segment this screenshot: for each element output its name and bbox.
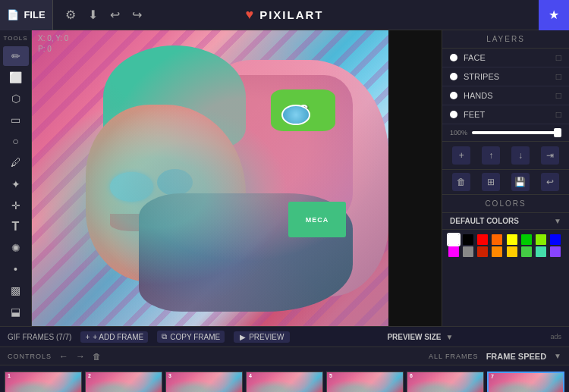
preview-btn[interactable]: ▶ PREVIEW (234, 331, 290, 343)
file-label: FILE (24, 9, 45, 20)
frame-thumb-7[interactable]: 7 (487, 372, 564, 392)
prev-frame-btn[interactable]: ← (59, 351, 68, 362)
frame-mini-char-1 (5, 372, 81, 392)
eyedropper-tool[interactable]: ✦ (3, 174, 29, 193)
all-frames-label: ALL FRAMES (429, 353, 479, 360)
frame-thumb-5[interactable]: 5 (326, 372, 404, 392)
bookmark-btn[interactable]: ★ (539, 0, 569, 30)
swatch-pink[interactable] (448, 246, 459, 257)
right-panel: LAYERS FACE □ STRIPES □ HANDS □ FEET □ 1… (442, 30, 569, 326)
frame-number-1: 1 (8, 373, 11, 378)
frame-thumb-4[interactable]: 4 (246, 372, 323, 392)
add-frame-btn[interactable]: + + ADD FRAME (80, 331, 148, 343)
layer-dot-hands (450, 92, 457, 99)
swatch-orange2[interactable] (492, 246, 502, 257)
frame-thumb-1[interactable]: 1 (5, 372, 82, 392)
fill-tool[interactable]: 🖊 (3, 152, 29, 172)
sparkle-tool[interactable]: ✺ (3, 238, 29, 258)
swatch-lime[interactable] (536, 234, 546, 245)
layer-feet[interactable]: FEET □ (442, 105, 569, 124)
swatch-yellow[interactable] (507, 234, 517, 245)
top-bar: 📄 FILE ⚙ ⬇ ↩ ↪ ♥ PIXILART ★ (0, 0, 569, 30)
frames-bar: CONTROLS ← → 🗑 ALL FRAMES FRAME SPEED ▼ (0, 347, 569, 365)
frame-mini-char-3 (166, 372, 242, 392)
layer-vis-feet[interactable]: □ (556, 109, 561, 120)
layer-vis-face[interactable]: □ (556, 52, 561, 63)
palette-dropdown-arrow[interactable]: ▼ (554, 217, 561, 225)
lasso-tool[interactable]: ⬡ (3, 89, 29, 108)
eraser-tool[interactable]: ⬜ (3, 67, 29, 87)
opacity-knob[interactable] (554, 128, 561, 137)
layer-dot-face (450, 54, 457, 61)
download-icon[interactable]: ⬇ (88, 8, 98, 22)
frame-mini-char-7 (489, 373, 563, 392)
swatch-purple[interactable] (550, 246, 561, 257)
swatch-orange[interactable] (492, 234, 502, 245)
frame-thumb-3[interactable]: 3 (165, 372, 243, 392)
checker-tool[interactable]: ▩ (3, 281, 29, 300)
move-down-btn[interactable]: ↓ (511, 146, 530, 165)
canvas-area[interactable]: X: 0, Y: 0 P: 0 G MECA (32, 30, 442, 326)
copy-frame-btn[interactable]: ⧉ COPY FRAME (157, 331, 225, 343)
layer-dot-stripes (450, 73, 457, 80)
frame-thumb-2[interactable]: 2 (85, 372, 162, 392)
frame-6[interactable]: 6 100 ms ▼ (407, 372, 484, 392)
layer-face[interactable]: FACE □ (442, 49, 569, 67)
preview-size-area[interactable]: PREVIEW SIZE ▼ (387, 333, 453, 341)
frame-3[interactable]: 3 100 ms ▼ (165, 372, 243, 392)
merge-btn[interactable]: ⊞ (482, 173, 500, 191)
swatch-red[interactable] (477, 234, 488, 245)
frame-thumb-wrapper-4: 4 (246, 372, 323, 392)
dot-tool[interactable]: • (3, 259, 29, 279)
swatch-green2[interactable] (521, 246, 532, 257)
delete-frame-btn[interactable]: 🗑 (93, 352, 101, 361)
undo-layer-btn[interactable]: ↩ (541, 173, 559, 191)
frame-speed-arrow[interactable]: ▼ (554, 352, 561, 360)
swatch-white[interactable] (448, 234, 459, 245)
opacity-slider[interactable] (472, 131, 561, 134)
layer-stripes[interactable]: STRIPES □ (442, 67, 569, 86)
pan-tool[interactable]: ✛ (3, 196, 29, 215)
swatch-green[interactable] (521, 234, 532, 245)
frame-thumb-6[interactable]: 6 (407, 372, 484, 392)
pixel-canvas[interactable]: G MECA (32, 30, 388, 326)
redo-icon[interactable]: ↪ (132, 8, 142, 22)
circle-tool[interactable]: ○ (3, 131, 29, 151)
preview-size-arrow[interactable]: ▼ (446, 333, 454, 341)
share-icon[interactable]: ⚙ (65, 8, 76, 22)
layer-hands[interactable]: HANDS □ (442, 86, 569, 105)
file-menu[interactable]: 📄 FILE (0, 0, 53, 30)
layer-vis-hands[interactable]: □ (556, 90, 561, 101)
default-colors-row[interactable]: DEFAULT COLORS ▼ (442, 213, 569, 230)
frame-1[interactable]: 1 100 ms ▼ (5, 372, 82, 392)
undo-icon[interactable]: ↩ (110, 8, 120, 22)
swatch-teal[interactable] (536, 246, 546, 257)
add-layer-btn[interactable]: + (452, 146, 470, 165)
color-palette (442, 230, 569, 262)
frame-5[interactable]: 5 100 ms ▼ (326, 372, 404, 392)
frame-thumb-wrapper-6: 6 (407, 372, 484, 392)
next-frame-btn[interactable]: → (76, 351, 85, 362)
logo-text: PIXILART (259, 8, 323, 21)
layer-dot-feet (450, 111, 457, 118)
frame-2[interactable]: 2 100 ms ▼ (85, 372, 162, 392)
rect-select-tool[interactable]: ▭ (3, 110, 29, 130)
text-tool[interactable]: T (3, 217, 29, 237)
layer-vis-stripes[interactable]: □ (556, 71, 561, 82)
swatch-gray[interactable] (463, 246, 473, 257)
ads-label: ads (550, 333, 561, 340)
export-btn[interactable]: ⇥ (541, 146, 559, 165)
save-btn[interactable]: 💾 (511, 173, 530, 191)
crop-tool[interactable]: ⬓ (3, 302, 29, 321)
opacity-label: 100% (450, 129, 467, 136)
pencil-tool[interactable]: ✏ (3, 46, 29, 66)
frame-7[interactable]: 7 100 ms ▼ (487, 372, 564, 392)
swatch-black[interactable] (463, 234, 473, 245)
swatch-blue[interactable] (550, 234, 561, 245)
frame-number-3: 3 (168, 373, 171, 378)
delete-layer-btn[interactable]: 🗑 (452, 173, 470, 191)
frame-4[interactable]: 4 100 ms ▼ (246, 372, 323, 392)
swatch-red2[interactable] (477, 246, 488, 257)
swatch-yellow2[interactable] (507, 246, 517, 257)
move-up-btn[interactable]: ↑ (482, 146, 500, 165)
